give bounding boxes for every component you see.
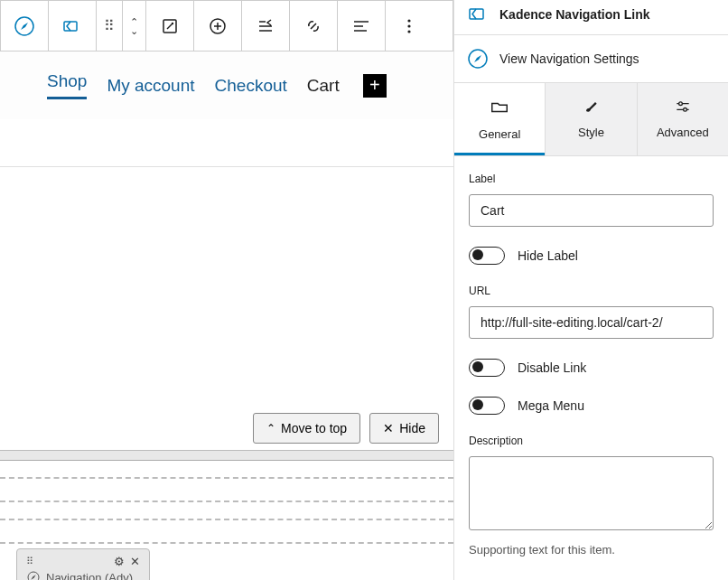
outdent-icon: [255, 15, 276, 37]
more-icon: [398, 15, 420, 37]
close-icon[interactable]: ✕: [130, 555, 140, 568]
description-helper: Supporting text for this item.: [469, 543, 714, 557]
description-textarea[interactable]: [469, 456, 714, 530]
compass-icon: [14, 15, 35, 37]
block-type-icon: [467, 4, 489, 25]
svg-point-6: [407, 24, 410, 27]
mega-menu-text: Mega Menu: [518, 398, 584, 413]
chevron-up-icon: ⌃: [266, 422, 275, 435]
add-submenu-button[interactable]: [194, 1, 242, 51]
breadcrumb-label: Navigation (Adv): [46, 571, 133, 581]
folder-icon: [454, 98, 545, 122]
view-navigation-settings-label: View Navigation Settings: [499, 51, 639, 66]
link-icon: [303, 15, 324, 37]
tab-advanced[interactable]: Advanced: [637, 83, 728, 155]
plus-circle-icon: [207, 15, 229, 37]
nav-link-shop[interactable]: Shop: [47, 71, 87, 99]
floating-actions: ⌃ Move to top ✕ Hide: [253, 413, 439, 444]
svg-point-8: [28, 572, 39, 580]
edit-icon: [159, 15, 181, 37]
block-toolbar: ⠿ ⌃⌄: [0, 0, 453, 51]
hide-label: Hide: [399, 421, 425, 435]
hide-label-toggle[interactable]: [469, 247, 505, 265]
url-field-title: URL: [469, 285, 714, 297]
move-to-top-button[interactable]: ⌃ Move to top: [253, 413, 360, 444]
disable-link-toggle[interactable]: [469, 359, 505, 377]
tab-general[interactable]: General: [454, 83, 545, 155]
nav-link-cart[interactable]: Cart: [307, 76, 340, 96]
tab-style[interactable]: Style: [545, 83, 636, 155]
outdent-button[interactable]: [242, 1, 290, 51]
close-icon: ✕: [383, 421, 394, 435]
add-nav-item-button[interactable]: +: [363, 74, 387, 98]
svg-point-5: [407, 19, 410, 22]
hide-button[interactable]: ✕ Hide: [369, 413, 439, 444]
move-to-top-label: Move to top: [281, 421, 347, 435]
navigation-preview: Shop My account Checkout Cart +: [0, 51, 453, 119]
more-options-button[interactable]: [386, 1, 433, 51]
view-navigation-settings-link[interactable]: View Navigation Settings: [454, 34, 728, 83]
drag-icon: ⠿: [104, 17, 115, 34]
description-field-title: Description: [469, 435, 714, 447]
tab-advanced-label: Advanced: [657, 126, 709, 139]
drop-zone[interactable]: [0, 519, 453, 544]
svg-point-7: [407, 30, 410, 33]
nav-icon-button[interactable]: [49, 1, 97, 51]
hide-label-text: Hide Label: [518, 248, 578, 263]
settings-icon[interactable]: ⚙: [114, 555, 125, 568]
block-header: Kadence Navigation Link: [454, 0, 728, 34]
inspector-sidebar: Kadence Navigation Link View Navigation …: [453, 0, 728, 580]
drag-handle[interactable]: ⠿: [97, 1, 123, 51]
move-arrows-icon: ⌃⌄: [130, 18, 138, 34]
tab-general-label: General: [479, 127, 520, 141]
mega-menu-toggle[interactable]: [469, 397, 505, 415]
align-button[interactable]: [338, 1, 386, 51]
drop-zone[interactable]: [0, 477, 453, 502]
drag-icon[interactable]: ⠿: [26, 556, 33, 567]
label-input[interactable]: [469, 194, 714, 227]
url-input[interactable]: [469, 306, 714, 339]
svg-point-3: [172, 22, 173, 23]
sliders-icon: [638, 98, 728, 120]
disable-link-text: Disable Link: [518, 360, 586, 375]
move-buttons[interactable]: ⌃⌄: [123, 1, 146, 51]
nav-link-checkout[interactable]: Checkout: [215, 76, 287, 96]
tab-style-label: Style: [578, 126, 604, 139]
compass-icon: [26, 570, 41, 580]
inspector-tabs: General Style Advanced: [454, 83, 728, 156]
svg-point-11: [678, 102, 682, 106]
label-field-title: Label: [469, 173, 714, 185]
compass-icon: [467, 48, 489, 70]
block-breadcrumb[interactable]: ⠿ ⚙ ✕ Navigation (Adv): [16, 548, 150, 580]
svg-point-12: [683, 108, 686, 112]
nav-link-myaccount[interactable]: My account: [107, 76, 194, 96]
divider: [0, 166, 453, 167]
brush-icon: [546, 98, 636, 120]
block-type-button[interactable]: [1, 1, 49, 51]
general-panel: Label Hide Label URL Disable Link Mega M…: [454, 156, 728, 573]
link-button[interactable]: [290, 1, 338, 51]
align-icon: [350, 15, 372, 37]
edit-link-button[interactable]: [146, 1, 194, 51]
editor-canvas: ⠿ ⌃⌄ Shop My account Checkout Cart +: [0, 0, 453, 580]
block-title: Kadence Navigation Link: [499, 7, 649, 22]
template-border: [0, 450, 456, 461]
nav-icon: [61, 15, 83, 37]
